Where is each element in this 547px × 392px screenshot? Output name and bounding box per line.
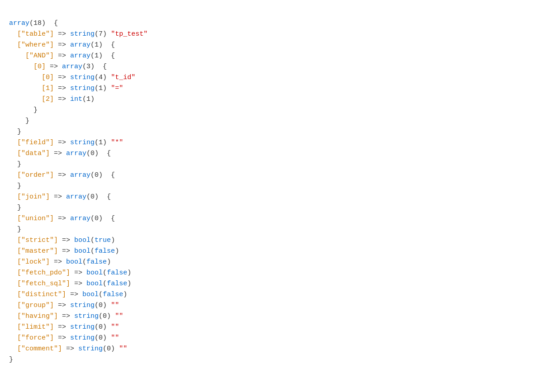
line-0-0: [0] => string(4) "t_id": [9, 74, 135, 81]
line-join: ["join"] => array(0) {: [9, 193, 111, 201]
line-distinct: ["distinct"] => bool(false): [9, 291, 127, 298]
line-group: ["group"] => string(0) "": [9, 302, 119, 309]
line-close-and: }: [9, 117, 29, 125]
line-master: ["master"] => bool(false): [9, 247, 119, 255]
line-order: ["order"] => array(0) {: [9, 171, 115, 179]
line-union: ["union"] => array(0) {: [9, 215, 115, 222]
line-fetch-sql: ["fetch_sql"] => bool(false): [9, 280, 131, 288]
line-close-join: }: [9, 204, 21, 212]
line-0-2: [2] => int(1): [9, 95, 95, 103]
line-fetch-pdo: ["fetch_pdo"] => bool(false): [9, 269, 131, 277]
line-force: ["force"] => string(0) "": [9, 334, 119, 342]
line-having: ["having"] => string(0) "": [9, 312, 123, 320]
line-where: ["where"] => array(1) {: [9, 41, 115, 49]
type-array-root: array(18) {: [9, 19, 58, 27]
line-close-data: }: [9, 161, 21, 168]
line-lock: ["lock"] => bool(false): [9, 258, 111, 266]
line-comment: ["comment"] => string(0) "": [9, 345, 127, 353]
code-display: array(18) { ["table"] => string(7) "tp_t…: [9, 7, 538, 365]
line-close-inner: }: [9, 106, 38, 114]
line-and: ["AND"] => array(1) {: [9, 52, 115, 60]
line-close-root: }: [9, 356, 13, 364]
line-close-where: }: [9, 128, 21, 136]
line-close-order: }: [9, 182, 21, 190]
line-strict: ["strict"] => bool(true): [9, 236, 115, 244]
line-close-union: }: [9, 226, 21, 233]
line-table: ["table"] => string(7) "tp_test": [9, 30, 147, 38]
line-data: ["data"] => array(0) {: [9, 150, 111, 157]
line-limit: ["limit"] => string(0) "": [9, 323, 119, 331]
line-0-1: [1] => string(1) "=": [9, 85, 123, 92]
line-field: ["field"] => string(1) "*": [9, 139, 123, 146]
line-0-array: [0] => array(3) {: [9, 63, 107, 71]
